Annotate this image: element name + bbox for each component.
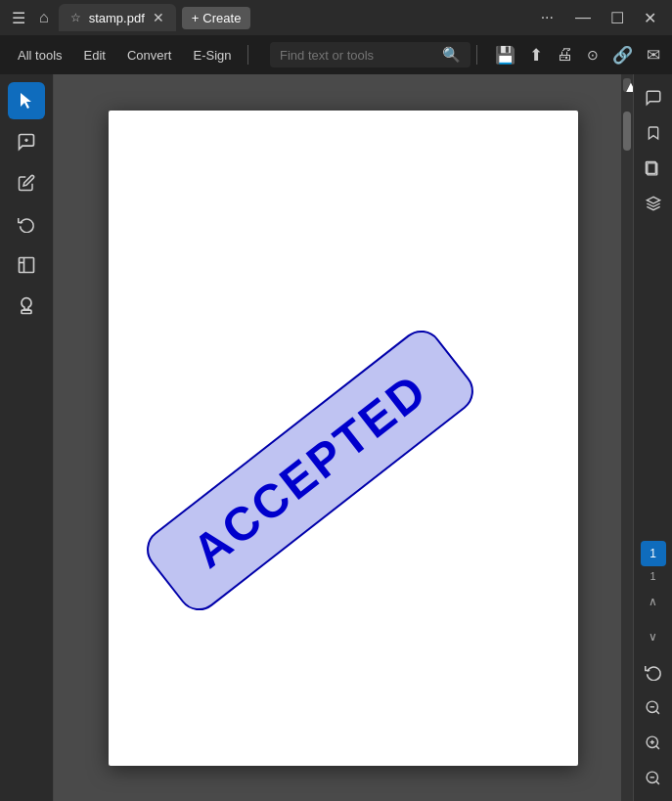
- menu-convert[interactable]: Convert: [117, 42, 182, 68]
- stamp-icon: [17, 296, 36, 316]
- comments-panel-button[interactable]: [638, 82, 669, 113]
- print-icon[interactable]: 🖨: [553, 41, 577, 68]
- menu-edit[interactable]: Edit: [74, 42, 115, 68]
- window-controls: — ☐ ✕: [567, 5, 664, 31]
- page-indicator[interactable]: 1: [641, 541, 666, 566]
- plus-icon: +: [192, 11, 200, 25]
- tab-close-button[interactable]: ✕: [153, 10, 164, 25]
- scroll-up-arrow[interactable]: ▲: [623, 78, 631, 92]
- add-comment-tool[interactable]: [8, 123, 45, 160]
- new-tab-button[interactable]: + Create: [182, 7, 251, 29]
- left-sidebar: [0, 74, 54, 801]
- hamburger-icon[interactable]: ☰: [8, 5, 29, 31]
- separator: [247, 45, 248, 65]
- scroll-track[interactable]: ▲: [621, 74, 633, 801]
- layers-panel-button[interactable]: [638, 188, 669, 219]
- pdf-page: ACCEPTED: [109, 111, 578, 766]
- search-area[interactable]: 🔍: [270, 42, 470, 67]
- separator2: [476, 45, 477, 65]
- tab[interactable]: ☆ stamp.pdf ✕: [59, 4, 176, 31]
- home-icon[interactable]: ⌂: [35, 5, 53, 30]
- svg-marker-8: [647, 197, 659, 203]
- create-label: Create: [202, 11, 241, 25]
- edit-icon: [18, 174, 35, 192]
- text-box-tool[interactable]: [8, 246, 45, 284]
- menu-all-tools[interactable]: All tools: [8, 42, 72, 68]
- main-area: ▲ ACCEPTED: [0, 74, 672, 801]
- zoom-out-icon: [645, 770, 661, 786]
- svg-line-13: [656, 745, 659, 748]
- select-tool[interactable]: [8, 82, 45, 119]
- comments-icon: [645, 89, 662, 107]
- bookmarks-panel-button[interactable]: [638, 117, 669, 149]
- textbox-icon: [17, 255, 36, 275]
- accepted-stamp: ACCEPTED: [139, 322, 483, 619]
- pages-panel-button[interactable]: [638, 153, 669, 184]
- svg-rect-2: [20, 258, 34, 273]
- refresh-icon: [645, 663, 662, 681]
- titlebar: ☰ ⌂ ☆ stamp.pdf ✕ + Create ··· — ☐ ✕: [0, 0, 672, 35]
- rotate-icon: [18, 215, 35, 233]
- scroll-thumb[interactable]: [623, 111, 631, 151]
- minimize-button[interactable]: —: [567, 5, 599, 31]
- right-sidebar-bottom: 1 1 ∧ ∨: [638, 541, 669, 793]
- scroll-up-button[interactable]: ∧: [638, 586, 669, 617]
- toolbar-right: 💾 ⬆ 🖨 ⊙ 🔗 ✉: [491, 41, 664, 69]
- bookmark-icon: [646, 124, 661, 142]
- right-sidebar: 1 1 ∧ ∨: [633, 74, 672, 801]
- zoom-in-button[interactable]: [638, 727, 669, 758]
- svg-rect-5: [22, 310, 31, 313]
- svg-line-17: [656, 780, 659, 783]
- scroll-down-button[interactable]: ∨: [638, 621, 669, 652]
- cursor-icon: [17, 91, 36, 111]
- zoom-out-button[interactable]: [638, 762, 669, 793]
- search-document-icon: [645, 699, 661, 716]
- star-icon: ☆: [70, 11, 81, 24]
- pages-icon: [645, 160, 661, 177]
- page-count: 1: [650, 570, 655, 582]
- acrobat-icon[interactable]: ⊙: [583, 43, 603, 67]
- zoom-in-icon: [645, 734, 661, 751]
- svg-line-10: [656, 710, 659, 713]
- stamp-container: ACCEPTED: [128, 424, 492, 517]
- pdf-area: ▲ ACCEPTED: [54, 74, 633, 801]
- save-icon[interactable]: 💾: [491, 41, 519, 69]
- close-window-button[interactable]: ✕: [636, 5, 664, 31]
- search-document-button[interactable]: [638, 691, 669, 723]
- rotate-tool[interactable]: [8, 205, 45, 243]
- menu-esign[interactable]: E-Sign: [183, 42, 241, 68]
- edit-tool[interactable]: [8, 164, 45, 201]
- mail-icon[interactable]: ✉: [643, 41, 664, 69]
- menubar: All tools Edit Convert E-Sign 🔍 💾 ⬆ 🖨 ⊙ …: [0, 35, 672, 74]
- maximize-button[interactable]: ☐: [603, 5, 632, 31]
- comment-icon: [17, 132, 36, 152]
- stamp-tool[interactable]: [8, 288, 45, 325]
- search-input[interactable]: [280, 48, 436, 63]
- tab-title: stamp.pdf: [89, 11, 145, 25]
- upload-icon[interactable]: ⬆: [525, 41, 547, 69]
- layers-icon: [645, 196, 662, 211]
- search-icon[interactable]: 🔍: [442, 46, 461, 64]
- refresh-button[interactable]: [638, 656, 669, 688]
- more-options-icon[interactable]: ···: [533, 5, 561, 30]
- link-icon[interactable]: 🔗: [608, 41, 637, 69]
- stamp-text: ACCEPTED: [184, 363, 438, 577]
